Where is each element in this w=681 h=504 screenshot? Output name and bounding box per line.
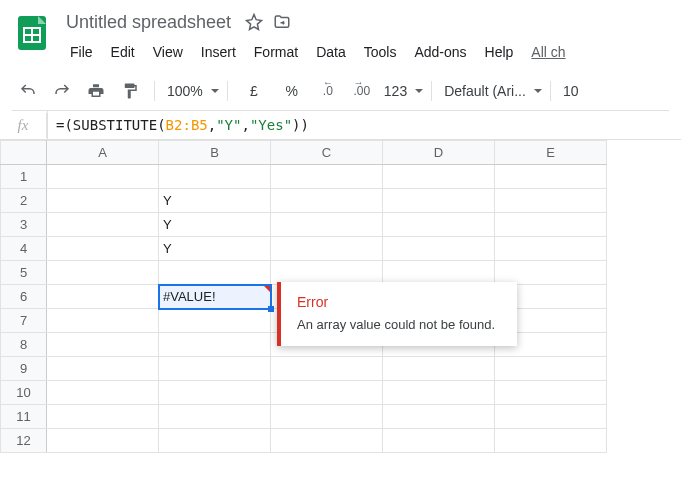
paint-format-button[interactable] xyxy=(114,78,146,104)
increase-decimal-button[interactable]: .00→ xyxy=(346,78,378,104)
row-header[interactable]: 7 xyxy=(1,309,47,333)
cell-D3[interactable] xyxy=(383,213,495,237)
cell-A3[interactable] xyxy=(47,213,159,237)
cell-B1[interactable] xyxy=(159,165,271,189)
cell-B3[interactable]: Y xyxy=(159,213,271,237)
menu-view[interactable]: View xyxy=(145,40,191,64)
row-header[interactable]: 4 xyxy=(1,237,47,261)
cell-B9[interactable] xyxy=(159,357,271,381)
percent-button[interactable]: % xyxy=(274,78,310,104)
menu-addons[interactable]: Add-ons xyxy=(406,40,474,64)
cell-E2[interactable] xyxy=(495,189,607,213)
cell-A4[interactable] xyxy=(47,237,159,261)
row-header[interactable]: 12 xyxy=(1,429,47,453)
col-header-B[interactable]: B xyxy=(159,141,271,165)
cell-C1[interactable] xyxy=(271,165,383,189)
cell-E5[interactable] xyxy=(495,261,607,285)
row-header[interactable]: 6 xyxy=(1,285,47,309)
cell-C9[interactable] xyxy=(271,357,383,381)
font-dropdown[interactable]: Default (Ari... xyxy=(440,83,542,99)
col-header-C[interactable]: C xyxy=(271,141,383,165)
zoom-dropdown[interactable]: 100% xyxy=(163,83,219,99)
move-to-folder-icon[interactable] xyxy=(273,13,291,31)
row-header[interactable]: 3 xyxy=(1,213,47,237)
cell-A11[interactable] xyxy=(47,405,159,429)
cell-C2[interactable] xyxy=(271,189,383,213)
currency-button[interactable]: £ xyxy=(236,78,272,104)
cell-A2[interactable] xyxy=(47,189,159,213)
row-header[interactable]: 8 xyxy=(1,333,47,357)
cell-A10[interactable] xyxy=(47,381,159,405)
cell-B5[interactable] xyxy=(159,261,271,285)
cell-D2[interactable] xyxy=(383,189,495,213)
menu-help[interactable]: Help xyxy=(477,40,522,64)
cell-B2[interactable]: Y xyxy=(159,189,271,213)
row-header[interactable]: 11 xyxy=(1,405,47,429)
spreadsheet-grid[interactable]: A B C D E 1 2Y 3Y 4Y 5 6#VALUE! 7 8 9 10… xyxy=(0,140,681,504)
cell-B7[interactable] xyxy=(159,309,271,333)
cell-D12[interactable] xyxy=(383,429,495,453)
select-all-corner[interactable] xyxy=(1,141,47,165)
col-header-D[interactable]: D xyxy=(383,141,495,165)
cell-E1[interactable] xyxy=(495,165,607,189)
cell-C3[interactable] xyxy=(271,213,383,237)
redo-button[interactable] xyxy=(46,78,78,104)
cell-B6[interactable]: #VALUE! xyxy=(159,285,271,309)
menu-insert[interactable]: Insert xyxy=(193,40,244,64)
menu-tools[interactable]: Tools xyxy=(356,40,405,64)
cell-E10[interactable] xyxy=(495,381,607,405)
formula-input[interactable]: =(SUBSTITUTE(B2:B5,"Y","Yes")) xyxy=(48,113,681,137)
cell-D1[interactable] xyxy=(383,165,495,189)
menu-last-edit[interactable]: All ch xyxy=(523,40,573,64)
fill-handle[interactable] xyxy=(268,306,274,312)
col-header-E[interactable]: E xyxy=(495,141,607,165)
cell-D4[interactable] xyxy=(383,237,495,261)
menu-bar: File Edit View Insert Format Data Tools … xyxy=(62,38,669,66)
cell-C10[interactable] xyxy=(271,381,383,405)
cell-D9[interactable] xyxy=(383,357,495,381)
row-header[interactable]: 10 xyxy=(1,381,47,405)
undo-button[interactable] xyxy=(12,78,44,104)
row-header[interactable]: 1 xyxy=(1,165,47,189)
cell-E9[interactable] xyxy=(495,357,607,381)
star-icon[interactable] xyxy=(245,13,263,31)
cell-A6[interactable] xyxy=(47,285,159,309)
cell-C4[interactable] xyxy=(271,237,383,261)
print-button[interactable] xyxy=(80,78,112,104)
cell-A9[interactable] xyxy=(47,357,159,381)
row-header[interactable]: 9 xyxy=(1,357,47,381)
cell-B11[interactable] xyxy=(159,405,271,429)
cell-A8[interactable] xyxy=(47,333,159,357)
cell-C12[interactable] xyxy=(271,429,383,453)
cell-C5[interactable] xyxy=(271,261,383,285)
decrease-decimal-button[interactable]: .0← xyxy=(312,78,344,104)
number-format-label: 123 xyxy=(380,83,411,99)
cell-B4[interactable]: Y xyxy=(159,237,271,261)
cell-E12[interactable] xyxy=(495,429,607,453)
row-header[interactable]: 2 xyxy=(1,189,47,213)
cell-D5[interactable] xyxy=(383,261,495,285)
cell-B12[interactable] xyxy=(159,429,271,453)
menu-edit[interactable]: Edit xyxy=(103,40,143,64)
menu-format[interactable]: Format xyxy=(246,40,306,64)
cell-E11[interactable] xyxy=(495,405,607,429)
cell-E4[interactable] xyxy=(495,237,607,261)
cell-B8[interactable] xyxy=(159,333,271,357)
col-header-A[interactable]: A xyxy=(47,141,159,165)
toolbar: 100% £ % .0← .00→ 123 Default (Ari... 10 xyxy=(12,72,669,111)
cell-A5[interactable] xyxy=(47,261,159,285)
cell-D11[interactable] xyxy=(383,405,495,429)
cell-B10[interactable] xyxy=(159,381,271,405)
cell-E3[interactable] xyxy=(495,213,607,237)
doc-title[interactable]: Untitled spreadsheet xyxy=(62,10,235,35)
font-size-dropdown[interactable]: 10 xyxy=(559,83,583,99)
cell-D10[interactable] xyxy=(383,381,495,405)
cell-A7[interactable] xyxy=(47,309,159,333)
menu-file[interactable]: File xyxy=(62,40,101,64)
menu-data[interactable]: Data xyxy=(308,40,354,64)
cell-A1[interactable] xyxy=(47,165,159,189)
cell-C11[interactable] xyxy=(271,405,383,429)
row-header[interactable]: 5 xyxy=(1,261,47,285)
number-format-dropdown[interactable]: 123 xyxy=(380,83,423,99)
cell-A12[interactable] xyxy=(47,429,159,453)
